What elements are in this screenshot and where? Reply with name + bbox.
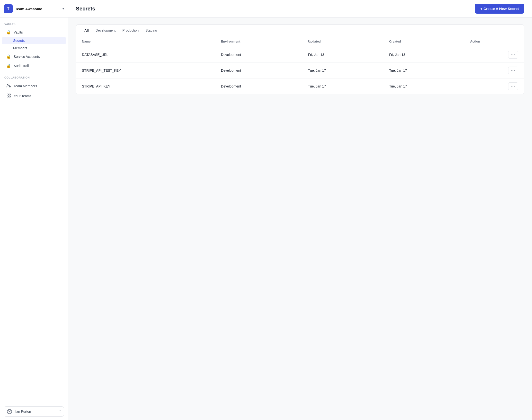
svg-point-0 [8, 84, 9, 85]
sidebar-item-your-teams[interactable]: Your Teams [2, 91, 66, 101]
your-teams-icon [6, 93, 11, 99]
svg-rect-2 [9, 94, 11, 95]
svg-rect-1 [7, 94, 8, 95]
team-name: Team Awesome [15, 7, 60, 11]
cell-environment: Development [215, 78, 302, 94]
collab-section-label: Collaboration [0, 76, 68, 81]
create-new-secret-button[interactable]: + Create A New Secret [475, 4, 524, 14]
row-action-button[interactable]: ··· [508, 67, 518, 74]
cell-created: Tue, Jan 17 [383, 78, 464, 94]
main-content-area: Secrets + Create A New Secret All Develo… [68, 0, 532, 420]
sidebar-item-label: Secrets [13, 39, 25, 43]
page-title: Secrets [76, 6, 95, 12]
sidebar-item-label: Team Members [14, 84, 37, 88]
chevron-down-icon: ▾ [62, 7, 64, 11]
tab-development[interactable]: Development [93, 25, 118, 36]
tab-all[interactable]: All [82, 25, 91, 36]
cell-name: STRIPE_API_KEY [76, 78, 215, 94]
sidebar-item-service-accounts[interactable]: 🔒 Service Accounts [2, 52, 66, 61]
sidebar-item-members[interactable]: Members [2, 45, 66, 52]
col-name: Name [76, 36, 215, 47]
sidebar-item-label: Your Teams [14, 94, 31, 98]
secrets-table: Name Environment Updated Created Action … [76, 36, 524, 94]
svg-rect-3 [7, 96, 8, 97]
cell-environment: Development [215, 63, 302, 78]
sidebar-item-secrets[interactable]: Secrets [2, 37, 66, 44]
collaboration-section: Collaboration Team Members [0, 76, 68, 101]
cell-updated: Fri, Jan 13 [302, 47, 383, 63]
table-header-row: Name Environment Updated Created Action [76, 36, 524, 47]
sidebar-item-vaults[interactable]: 🔒 Vaults [2, 28, 66, 37]
lock-icon: 🔒 [6, 54, 11, 59]
team-members-icon [6, 83, 11, 89]
table-row: STRIPE_API_TEST_KEY Development Tue, Jan… [76, 63, 524, 78]
sidebar-header[interactable]: T Team Awesome ▾ [0, 0, 68, 18]
user-avatar-icon [6, 408, 13, 415]
table-row: STRIPE_API_KEY Development Tue, Jan 17 T… [76, 78, 524, 94]
main-header: Secrets + Create A New Secret [68, 0, 532, 17]
sidebar-item-label: Audit Trail [14, 64, 29, 68]
secrets-card: All Development Production Staging Name … [76, 24, 524, 94]
vaults-section: Vaults 🔒 Vaults Secrets Members 🔒 Servic… [0, 23, 68, 70]
sidebar-item-label: Vaults [14, 30, 23, 34]
cell-updated: Tue, Jan 17 [302, 78, 383, 94]
vaults-section-label: Vaults [0, 23, 68, 28]
cell-created: Tue, Jan 17 [383, 63, 464, 78]
cell-action: ··· [464, 47, 524, 63]
sidebar-item-label: Service Accounts [14, 55, 40, 59]
col-action: Action [464, 36, 524, 47]
svg-rect-4 [9, 96, 11, 97]
cell-name: DATABASE_URL [76, 47, 215, 63]
tabs-bar: All Development Production Staging [76, 25, 524, 36]
col-environment: Environment [215, 36, 302, 47]
lock-icon: 🔒 [6, 30, 11, 34]
table-row: DATABASE_URL Development Fri, Jan 13 Fri… [76, 47, 524, 63]
tab-staging[interactable]: Staging [143, 25, 159, 36]
row-action-button[interactable]: ··· [508, 51, 518, 59]
sidebar-footer: Ian Purton ⇅ [0, 403, 68, 420]
team-avatar: T [4, 4, 13, 13]
tab-production[interactable]: Production [120, 25, 141, 36]
svg-point-5 [9, 410, 10, 411]
cell-name: STRIPE_API_TEST_KEY [76, 63, 215, 78]
sidebar-item-audit-trail[interactable]: 🔒 Audit Trail [2, 61, 66, 70]
sidebar-nav: Vaults 🔒 Vaults Secrets Members 🔒 Servic… [0, 18, 68, 403]
cell-environment: Development [215, 47, 302, 63]
row-action-button[interactable]: ··· [508, 82, 518, 90]
cell-updated: Tue, Jan 17 [302, 63, 383, 78]
cell-created: Fri, Jan 13 [383, 47, 464, 63]
cell-action: ··· [464, 63, 524, 78]
user-info[interactable]: Ian Purton ⇅ [4, 406, 64, 417]
sidebar: T Team Awesome ▾ Vaults 🔒 Vaults Secrets… [0, 0, 68, 420]
cell-action: ··· [464, 78, 524, 94]
user-name: Ian Purton [15, 409, 57, 413]
sidebar-item-label: Members [13, 46, 27, 50]
col-created: Created [383, 36, 464, 47]
col-updated: Updated [302, 36, 383, 47]
main-body: All Development Production Staging Name … [68, 17, 532, 420]
chevron-updown-icon: ⇅ [59, 410, 62, 413]
sidebar-item-team-members[interactable]: Team Members [2, 81, 66, 91]
lock-icon: 🔒 [6, 63, 11, 68]
